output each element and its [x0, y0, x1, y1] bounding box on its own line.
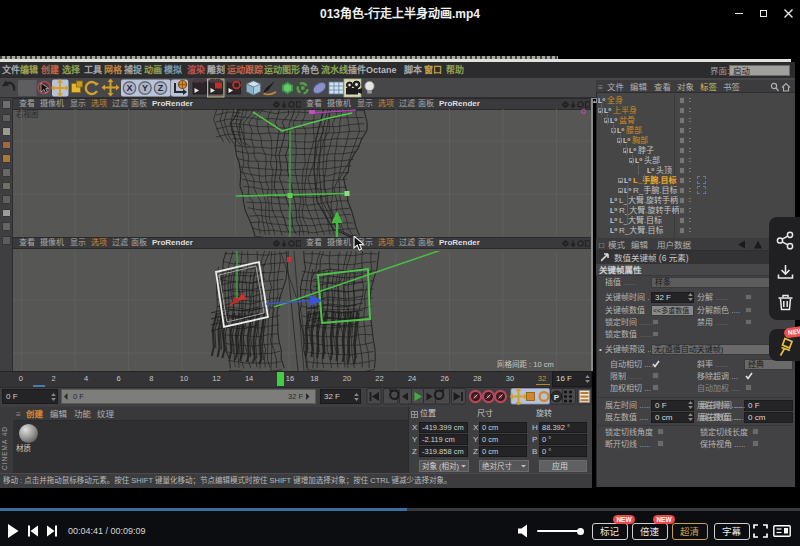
svg-text:X: X: [126, 83, 132, 93]
svg-text:Y: Y: [142, 83, 148, 93]
svg-text:Z: Z: [158, 83, 164, 93]
svg-text:P: P: [554, 393, 560, 402]
